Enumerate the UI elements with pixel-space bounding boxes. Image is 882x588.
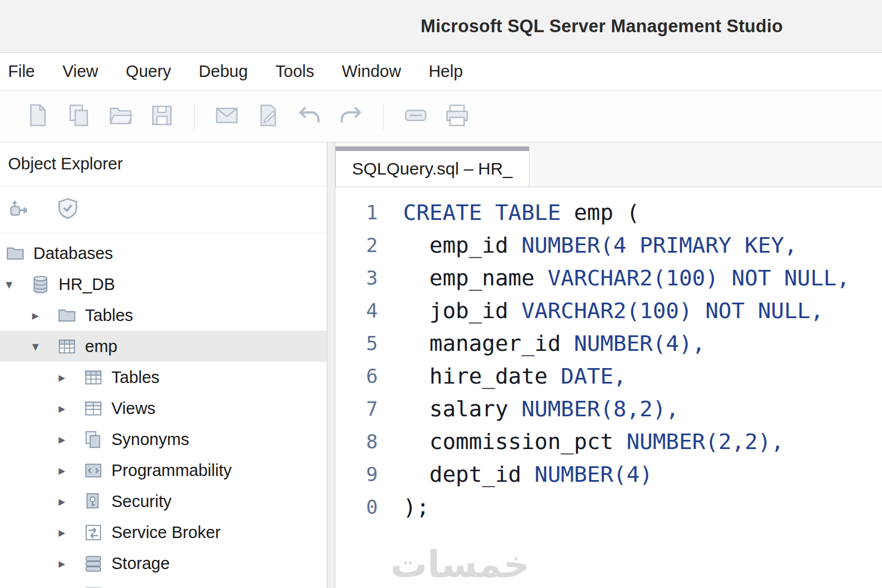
- copy-icon: [67, 103, 91, 130]
- code-text: job_id VARCHAR2(100) NOT NULL,: [403, 295, 823, 327]
- object-explorer-title: Object Explorer: [0, 142, 327, 186]
- new-document-button[interactable]: [24, 103, 52, 130]
- tree-item-emp[interactable]: ▾emp: [0, 331, 327, 362]
- shield-button[interactable]: [54, 196, 82, 223]
- line-number: 3: [335, 262, 378, 295]
- toolbar-separator: [194, 103, 195, 130]
- code-line: 7 salary NUMBER(8,2),: [335, 393, 882, 425]
- panel-splitter[interactable]: [327, 142, 335, 588]
- code-line: 1CREATE TABLE emp (: [335, 196, 882, 229]
- chevron-right-icon[interactable]: ▸: [59, 370, 84, 385]
- code-text: CREATE TABLE emp (: [403, 196, 640, 229]
- tree-item-label: Synonyms: [110, 430, 189, 449]
- window-title: Microsoft SQL Server Management Studio: [0, 16, 882, 37]
- tab-strip: SQLQuery.sql – HR_: [335, 142, 882, 187]
- edit-page-icon: [256, 103, 280, 130]
- line-number: 5: [335, 327, 378, 360]
- chevron-right-icon[interactable]: ▸: [59, 432, 84, 447]
- chevron-right-icon[interactable]: ▸: [59, 494, 84, 509]
- tree-item-views[interactable]: ▸Views: [0, 393, 327, 424]
- menu-item-view[interactable]: View: [63, 62, 98, 81]
- object-explorer-toolbar: [0, 186, 327, 233]
- watermark: خمسات: [390, 543, 530, 586]
- comment-icon: [404, 103, 428, 130]
- menu-bar: FileViewQueryDebugToolsWindowHelp: [0, 53, 882, 91]
- chevron-right-icon[interactable]: ▸: [32, 308, 57, 323]
- folder-open-icon: [109, 103, 133, 130]
- code-line: 8 commission_pct NUMBER(2,2),: [335, 425, 882, 458]
- folder-open-button[interactable]: [107, 103, 134, 130]
- edit-page-button[interactable]: [254, 103, 282, 130]
- chevron-down-icon[interactable]: ▾: [6, 277, 31, 292]
- code-text: manager_id NUMBER(4),: [403, 327, 705, 360]
- print-button[interactable]: [443, 103, 471, 130]
- object-explorer-tree: Databases▾HR_DB▸Tables▾emp▸Tables▸Views▸…: [0, 233, 327, 588]
- security-icon: [84, 491, 110, 512]
- chevron-down-icon[interactable]: ▾: [32, 339, 57, 354]
- menu-item-query[interactable]: Query: [126, 62, 171, 81]
- tree-item-synonyms[interactable]: ▸Synonyms: [0, 424, 327, 455]
- redo-icon: [339, 103, 363, 130]
- comment-button[interactable]: [402, 103, 430, 130]
- tree-item-security[interactable]: ▸Security: [0, 486, 327, 517]
- table-icon: [57, 336, 84, 357]
- tab-sqlquery[interactable]: SQLQuery.sql – HR_: [335, 146, 529, 187]
- mail-button[interactable]: [213, 103, 241, 130]
- tree-item-label: Programmability: [110, 461, 232, 480]
- line-number: 1: [335, 196, 378, 229]
- folder-icon: [6, 243, 32, 264]
- tree-item-hr-db[interactable]: ▾HR_DB: [0, 269, 327, 300]
- code-line: 4 job_id VARCHAR2(100) NOT NULL,: [335, 295, 882, 327]
- tree-item-label: Views: [110, 399, 156, 418]
- line-number: 4: [335, 295, 378, 327]
- service-broker-icon: [84, 522, 110, 543]
- title-bar: Microsoft SQL Server Management Studio: [0, 0, 882, 53]
- menu-item-debug[interactable]: Debug: [199, 62, 247, 81]
- code-line: 6 hire_date DATE,: [335, 360, 882, 393]
- toolbar-separator: [383, 103, 384, 130]
- tree-item-label: emp: [84, 337, 117, 356]
- folder-icon: [57, 305, 84, 326]
- code-text: );: [403, 491, 430, 524]
- menu-item-file[interactable]: File: [8, 62, 35, 81]
- tree-item-label: Service Broker: [110, 523, 220, 542]
- code-line: 9 dept_id NUMBER(4): [335, 458, 882, 491]
- tree-item-databases[interactable]: Databases: [0, 238, 327, 269]
- save-icon: [150, 103, 174, 130]
- line-number: 6: [335, 360, 378, 393]
- mail-icon: [215, 103, 239, 130]
- chevron-right-icon[interactable]: ▸: [59, 525, 84, 540]
- line-number: 2: [335, 229, 378, 262]
- tree-item-storage[interactable]: ▸Storage: [0, 548, 327, 579]
- menu-item-tools[interactable]: Tools: [276, 62, 315, 81]
- redo-button[interactable]: [337, 103, 365, 130]
- table-icon: [84, 367, 110, 388]
- copy-button[interactable]: [65, 103, 93, 130]
- undo-button[interactable]: [296, 103, 323, 130]
- save-button[interactable]: [148, 103, 176, 130]
- chevron-right-icon[interactable]: ▸: [59, 556, 84, 571]
- table-icon: [84, 584, 110, 588]
- menu-item-window[interactable]: Window: [342, 62, 401, 81]
- code-text: hire_date DATE,: [403, 360, 626, 393]
- tree-item-label: HR_DB: [57, 275, 115, 294]
- code-area[interactable]: 1CREATE TABLE emp (2 emp_id NUMBER(4 PRI…: [335, 187, 882, 524]
- code-text: dept_id NUMBER(4): [403, 458, 653, 491]
- tree-item-item[interactable]: ▸: [0, 579, 327, 588]
- tree-item-tables[interactable]: ▸Tables: [0, 362, 327, 393]
- connect-icon: [8, 197, 31, 222]
- app-window: Microsoft SQL Server Management Studio F…: [0, 0, 882, 588]
- code-line: 5 manager_id NUMBER(4),: [335, 327, 882, 360]
- code-text: salary NUMBER(8,2),: [403, 393, 679, 425]
- menu-item-help[interactable]: Help: [428, 62, 463, 81]
- tree-item-programmability[interactable]: ▸Programmability: [0, 455, 327, 486]
- views-icon: [84, 398, 110, 419]
- code-text: emp_id NUMBER(4 PRIMARY KEY,: [403, 229, 797, 262]
- line-number: 0: [335, 491, 378, 524]
- tree-item-label: Tables: [84, 306, 133, 325]
- chevron-right-icon[interactable]: ▸: [59, 401, 84, 416]
- chevron-right-icon[interactable]: ▸: [59, 463, 84, 478]
- connect-button[interactable]: [6, 196, 33, 223]
- tree-item-tables[interactable]: ▸Tables: [0, 300, 327, 331]
- tree-item-service-broker[interactable]: ▸Service Broker: [0, 517, 327, 548]
